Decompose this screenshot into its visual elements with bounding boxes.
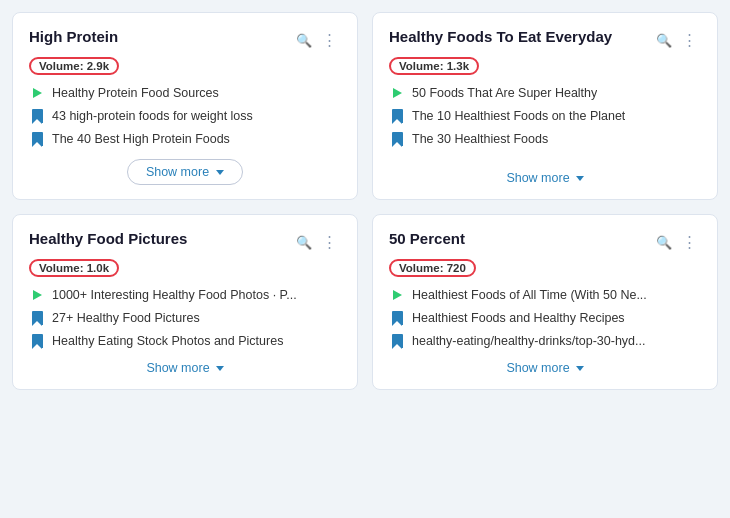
- green-arrow-icon: [393, 88, 402, 98]
- card-header-healthy-foods: Healthy Foods To Eat Everyday🔍⋮: [389, 27, 701, 51]
- cards-grid: High Protein🔍⋮Volume: 2.9kHealthy Protei…: [12, 12, 718, 390]
- show-more-button-healthy-food-pictures[interactable]: Show more: [146, 361, 223, 375]
- bookmark-icon: [32, 132, 43, 146]
- card-icons-high-protein: 🔍⋮: [293, 29, 341, 51]
- green-arrow-icon: [33, 88, 42, 98]
- chevron-down-icon: [216, 170, 224, 175]
- item-text: The 30 Healthiest Foods: [412, 132, 548, 146]
- volume-badge-50-percent: Volume: 720: [389, 259, 476, 277]
- item-text: Healthy Eating Stock Photos and Pictures: [52, 334, 283, 348]
- volume-badge-high-protein: Volume: 2.9k: [29, 57, 119, 75]
- bookmark-icon: [32, 311, 43, 325]
- show-more-label: Show more: [146, 361, 209, 375]
- list-item[interactable]: 1000+ Interesting Healthy Food Photos · …: [29, 287, 341, 303]
- card-title-healthy-foods: Healthy Foods To Eat Everyday: [389, 27, 645, 47]
- more-options-icon-healthy-food-pictures[interactable]: ⋮: [319, 231, 341, 253]
- item-text: 27+ Healthy Food Pictures: [52, 311, 200, 325]
- chevron-down-icon: [576, 366, 584, 371]
- item-text: 50 Foods That Are Super Healthy: [412, 86, 597, 100]
- bookmark-icon: [392, 132, 403, 146]
- show-more-wrap-healthy-food-pictures: Show more: [29, 361, 341, 375]
- more-options-icon-high-protein[interactable]: ⋮: [319, 29, 341, 51]
- bookmark-icon: [392, 109, 403, 123]
- item-text: Healthiest Foods and Healthy Recipes: [412, 311, 625, 325]
- card-title-high-protein: High Protein: [29, 27, 285, 47]
- show-more-wrap-50-percent: Show more: [389, 361, 701, 375]
- show-more-label: Show more: [146, 165, 209, 179]
- more-options-icon-healthy-foods[interactable]: ⋮: [679, 29, 701, 51]
- volume-badge-healthy-food-pictures: Volume: 1.0k: [29, 259, 119, 277]
- card-high-protein: High Protein🔍⋮Volume: 2.9kHealthy Protei…: [12, 12, 358, 200]
- card-icons-healthy-food-pictures: 🔍⋮: [293, 231, 341, 253]
- card-title-50-percent: 50 Percent: [389, 229, 645, 249]
- list-item[interactable]: Healthy Protein Food Sources: [29, 85, 341, 101]
- item-text: Healthy Protein Food Sources: [52, 86, 219, 100]
- search-icon-healthy-foods[interactable]: 🔍: [653, 29, 675, 51]
- list-item[interactable]: The 10 Healthiest Foods on the Planet: [389, 108, 701, 124]
- show-more-label: Show more: [506, 361, 569, 375]
- item-text: 1000+ Interesting Healthy Food Photos · …: [52, 288, 297, 302]
- bookmark-icon: [392, 311, 403, 325]
- search-icon-high-protein[interactable]: 🔍: [293, 29, 315, 51]
- card-healthy-food-pictures: Healthy Food Pictures🔍⋮Volume: 1.0k1000+…: [12, 214, 358, 390]
- list-item[interactable]: healthy-eating/healthy-drinks/top-30-hyd…: [389, 333, 701, 349]
- item-text: 43 high-protein foods for weight loss: [52, 109, 253, 123]
- card-items-50-percent: Healthiest Foods of All Time (With 50 Ne…: [389, 287, 701, 349]
- item-text: The 40 Best High Protein Foods: [52, 132, 230, 146]
- list-item[interactable]: Healthiest Foods of All Time (With 50 Ne…: [389, 287, 701, 303]
- card-items-high-protein: Healthy Protein Food Sources43 high-prot…: [29, 85, 341, 147]
- volume-badge-healthy-foods: Volume: 1.3k: [389, 57, 479, 75]
- show-more-wrap-high-protein: Show more: [29, 159, 341, 185]
- list-item[interactable]: The 30 Healthiest Foods: [389, 131, 701, 147]
- list-item[interactable]: The 40 Best High Protein Foods: [29, 131, 341, 147]
- list-item[interactable]: 50 Foods That Are Super Healthy: [389, 85, 701, 101]
- bookmark-icon: [392, 334, 403, 348]
- more-options-icon-50-percent[interactable]: ⋮: [679, 231, 701, 253]
- list-item[interactable]: 27+ Healthy Food Pictures: [29, 310, 341, 326]
- item-text: Healthiest Foods of All Time (With 50 Ne…: [412, 288, 647, 302]
- card-icons-healthy-foods: 🔍⋮: [653, 29, 701, 51]
- search-icon-50-percent[interactable]: 🔍: [653, 231, 675, 253]
- card-icons-50-percent: 🔍⋮: [653, 231, 701, 253]
- card-50-percent: 50 Percent🔍⋮Volume: 720Healthiest Foods …: [372, 214, 718, 390]
- item-text: The 10 Healthiest Foods on the Planet: [412, 109, 625, 123]
- chevron-down-icon: [216, 366, 224, 371]
- card-header-healthy-food-pictures: Healthy Food Pictures🔍⋮: [29, 229, 341, 253]
- card-header-50-percent: 50 Percent🔍⋮: [389, 229, 701, 253]
- list-item[interactable]: Healthy Eating Stock Photos and Pictures: [29, 333, 341, 349]
- list-item[interactable]: 43 high-protein foods for weight loss: [29, 108, 341, 124]
- card-title-healthy-food-pictures: Healthy Food Pictures: [29, 229, 285, 249]
- green-arrow-icon: [33, 290, 42, 300]
- bookmark-icon: [32, 109, 43, 123]
- green-arrow-icon: [393, 290, 402, 300]
- bookmark-icon: [32, 334, 43, 348]
- search-icon-healthy-food-pictures[interactable]: 🔍: [293, 231, 315, 253]
- show-more-button-50-percent[interactable]: Show more: [506, 361, 583, 375]
- chevron-down-icon: [576, 176, 584, 181]
- list-item[interactable]: Healthiest Foods and Healthy Recipes: [389, 310, 701, 326]
- show-more-wrap-healthy-foods: Show more: [389, 171, 701, 185]
- card-header-high-protein: High Protein🔍⋮: [29, 27, 341, 51]
- show-more-button-high-protein[interactable]: Show more: [127, 159, 243, 185]
- card-items-healthy-food-pictures: 1000+ Interesting Healthy Food Photos · …: [29, 287, 341, 349]
- card-items-healthy-foods: 50 Foods That Are Super HealthyThe 10 He…: [389, 85, 701, 159]
- show-more-button-healthy-foods[interactable]: Show more: [506, 171, 583, 185]
- show-more-label: Show more: [506, 171, 569, 185]
- card-healthy-foods: Healthy Foods To Eat Everyday🔍⋮Volume: 1…: [372, 12, 718, 200]
- item-text: healthy-eating/healthy-drinks/top-30-hyd…: [412, 334, 645, 348]
